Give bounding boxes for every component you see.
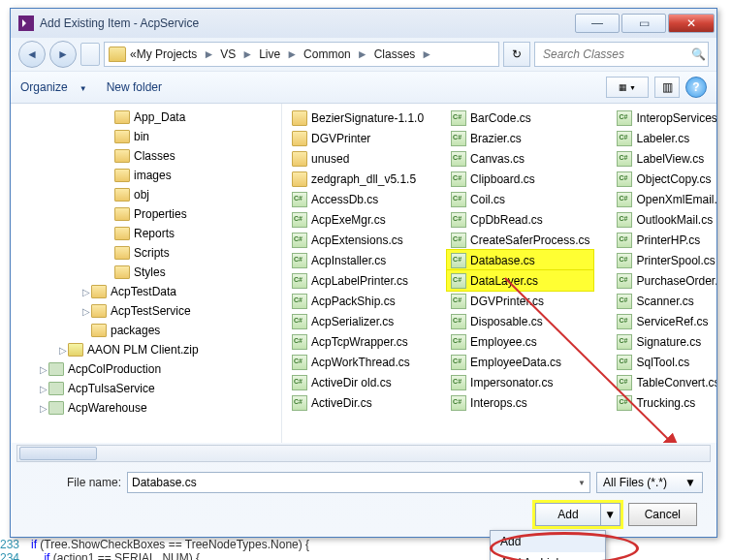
- file-filter-dropdown[interactable]: All Files (*.*)▼: [596, 472, 703, 493]
- folder-icon: [114, 169, 130, 182]
- file-item[interactable]: PrinterHP.cs: [613, 230, 716, 250]
- file-item[interactable]: AcpTcpWrapper.cs: [288, 331, 428, 352]
- tree-item[interactable]: Styles: [11, 263, 281, 282]
- file-item[interactable]: ActiveDir.cs: [288, 392, 428, 413]
- menu-item-add[interactable]: Add: [491, 531, 605, 552]
- back-button[interactable]: ◄: [18, 41, 46, 68]
- help-button[interactable]: ?: [685, 77, 707, 98]
- file-item[interactable]: AcpPackShip.cs: [288, 291, 428, 311]
- file-item[interactable]: Scanner.cs: [613, 291, 716, 311]
- tree-item[interactable]: ▷AAON PLM Client.zip: [11, 340, 281, 359]
- close-button[interactable]: ✕: [668, 14, 715, 33]
- file-list-pane[interactable]: BezierSignature-1.1.0DGVPrinterunusedzed…: [282, 104, 716, 443]
- file-item[interactable]: BarCode.cs: [447, 108, 593, 128]
- tree-item[interactable]: ▷AcpColProduction: [11, 359, 281, 379]
- file-item[interactable]: EmployeeData.cs: [447, 352, 593, 372]
- csharp-file-icon: [451, 395, 466, 411]
- search-box[interactable]: 🔍: [534, 42, 709, 67]
- tree-item[interactable]: App_Data: [11, 108, 281, 127]
- file-item[interactable]: ActiveDir old.cs: [288, 372, 428, 392]
- tree-item[interactable]: packages: [11, 321, 281, 340]
- folder-icon: [109, 47, 126, 62]
- add-split-button[interactable]: Add ▼: [535, 503, 620, 526]
- csharp-file-icon: [617, 151, 632, 167]
- file-item[interactable]: OpenXmlEmail.cs: [613, 189, 716, 209]
- minimize-button[interactable]: —: [575, 14, 620, 33]
- folder-icon: [48, 401, 64, 415]
- folder-icon: [48, 362, 64, 376]
- tree-item[interactable]: images: [11, 166, 281, 185]
- csharp-file-icon: [451, 314, 466, 329]
- file-item[interactable]: Trucking.cs: [613, 392, 716, 413]
- file-item[interactable]: AcpSerializer.cs: [288, 311, 428, 331]
- file-item[interactable]: Canvas.cs: [447, 148, 593, 169]
- file-item[interactable]: Disposable.cs: [447, 311, 593, 331]
- organize-button[interactable]: Organize▼: [20, 80, 87, 94]
- file-item[interactable]: DGVPrinter: [288, 128, 428, 148]
- horizontal-scrollbar[interactable]: [16, 445, 711, 462]
- file-item[interactable]: ObjectCopy.cs: [613, 169, 716, 189]
- file-item[interactable]: AcpWorkThread.cs: [288, 352, 428, 372]
- csharp-file-icon: [617, 212, 632, 228]
- csharp-file-icon: [617, 233, 632, 248]
- tree-item[interactable]: ▷AcpTestData: [11, 282, 281, 301]
- tree-item[interactable]: bin: [11, 127, 281, 146]
- file-item[interactable]: CpDbRead.cs: [447, 209, 593, 230]
- background-code: 233if (Tree.ShowCheckBoxes == TreeNodeTy…: [0, 538, 309, 560]
- filename-input[interactable]: Database.cs▼: [127, 472, 590, 493]
- file-item[interactable]: OutlookMail.cs: [613, 209, 716, 230]
- file-item[interactable]: BezierSignature-1.1.0: [288, 108, 428, 128]
- file-item[interactable]: Impersonator.cs: [447, 372, 593, 392]
- file-item[interactable]: CreateSaferProcess.cs: [447, 230, 593, 250]
- file-item[interactable]: Employee.cs: [447, 331, 593, 352]
- file-item[interactable]: AcpInstaller.cs: [288, 250, 428, 270]
- file-item[interactable]: Labeler.cs: [613, 128, 716, 148]
- new-folder-button[interactable]: New folder: [107, 80, 162, 94]
- tree-item[interactable]: Classes: [11, 146, 281, 166]
- tree-item[interactable]: ▷AcpWarehouse: [11, 398, 281, 418]
- tree-item[interactable]: Reports: [11, 224, 281, 243]
- file-item[interactable]: DataLayer.cs: [447, 270, 593, 291]
- file-item[interactable]: zedgraph_dll_v5.1.5: [288, 169, 428, 189]
- add-button[interactable]: Add: [535, 503, 600, 526]
- tree-item[interactable]: ▷AcpTestService: [11, 301, 281, 321]
- file-item[interactable]: Brazier.cs: [447, 128, 593, 148]
- file-item[interactable]: AccessDb.cs: [288, 189, 428, 209]
- folder-tree[interactable]: App_DatabinClassesimagesobjPropertiesRep…: [11, 104, 282, 443]
- file-item[interactable]: AcpLabelPrinter.cs: [288, 270, 428, 291]
- file-item[interactable]: TableConvert.cs: [613, 372, 716, 392]
- refresh-button[interactable]: ↻: [503, 42, 530, 67]
- search-input[interactable]: [541, 47, 691, 62]
- csharp-file-icon: [451, 334, 466, 350]
- tree-item[interactable]: Scripts: [11, 243, 281, 263]
- file-item[interactable]: ServiceRef.cs: [613, 311, 716, 331]
- file-item[interactable]: Interops.cs: [447, 392, 593, 413]
- file-item[interactable]: LabelView.cs: [613, 148, 716, 169]
- tree-item[interactable]: obj: [11, 185, 281, 204]
- file-item[interactable]: AcpExeMgr.cs: [288, 209, 428, 230]
- add-dropdown-toggle[interactable]: ▼: [601, 503, 621, 526]
- breadcrumb[interactable]: « My Projects► VS► Live► Common► Classes…: [104, 42, 499, 67]
- tree-item[interactable]: Properties: [11, 204, 281, 224]
- preview-pane-button[interactable]: ▥: [654, 77, 680, 98]
- cancel-button[interactable]: Cancel: [628, 503, 697, 526]
- file-item[interactable]: Clipboard.cs: [447, 169, 593, 189]
- forward-button[interactable]: ►: [49, 41, 77, 68]
- file-item[interactable]: SqlTool.cs: [613, 352, 716, 372]
- file-item[interactable]: Coil.cs: [447, 189, 593, 209]
- file-item[interactable]: Database.cs: [447, 250, 593, 270]
- file-item[interactable]: Signature.cs: [613, 331, 716, 352]
- view-mode-button[interactable]: ▦▼: [606, 77, 649, 98]
- maximize-button[interactable]: ▭: [621, 14, 666, 33]
- menu-item-add-as-link[interactable]: Add As Link: [491, 552, 605, 560]
- file-item[interactable]: AcpExtensions.cs: [288, 230, 428, 250]
- csharp-file-icon: [451, 233, 466, 248]
- file-item[interactable]: InteropServices.cs: [613, 108, 716, 128]
- file-item[interactable]: unused: [288, 148, 428, 169]
- file-item[interactable]: DGVPrinter.cs: [447, 291, 593, 311]
- recent-locations-button[interactable]: [80, 43, 100, 66]
- file-item[interactable]: PurchaseOrder.cs: [613, 270, 716, 291]
- tree-item[interactable]: ▷AcpTulsaService: [11, 379, 281, 398]
- file-item[interactable]: PrinterSpool.cs: [613, 250, 716, 270]
- titlebar[interactable]: Add Existing Item - AcpService — ▭ ✕: [11, 9, 716, 38]
